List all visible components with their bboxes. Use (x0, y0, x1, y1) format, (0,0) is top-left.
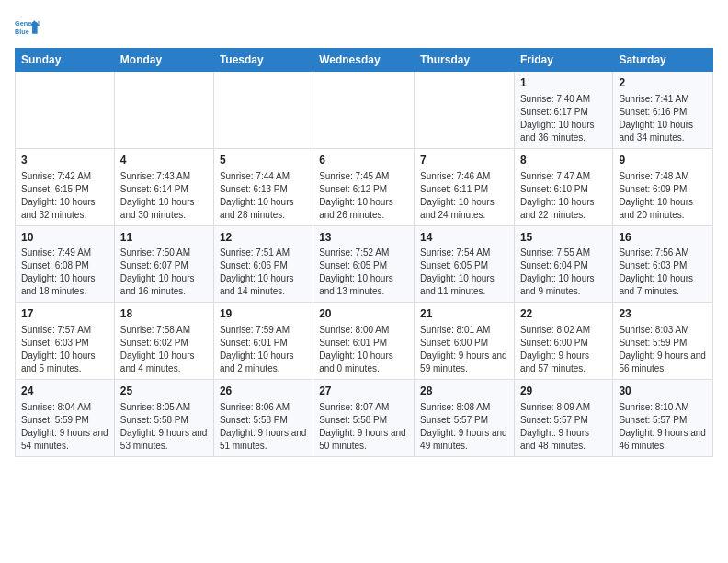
cell-info: Sunset: 6:01 PM (319, 337, 408, 350)
calendar-cell: 25Sunrise: 8:05 AMSunset: 5:58 PMDayligh… (114, 380, 213, 457)
calendar-cell (16, 72, 115, 149)
cell-info: Sunrise: 7:47 AM (520, 170, 607, 183)
cell-info: Daylight: 10 hours and 34 minutes. (619, 119, 707, 144)
cell-info: Sunrise: 8:08 AM (420, 401, 508, 414)
cell-info: Sunset: 6:06 PM (220, 259, 307, 272)
calendar-cell: 30Sunrise: 8:10 AMSunset: 5:57 PMDayligh… (613, 380, 713, 457)
week-row-4: 24Sunrise: 8:04 AMSunset: 5:59 PMDayligh… (16, 380, 713, 457)
calendar-cell: 11Sunrise: 7:50 AMSunset: 6:07 PMDayligh… (114, 225, 213, 303)
cell-info: Daylight: 10 hours and 36 minutes. (520, 119, 607, 144)
week-row-1: 3Sunrise: 7:42 AMSunset: 6:15 PMDaylight… (16, 148, 713, 225)
calendar-cell: 1Sunrise: 7:40 AMSunset: 6:17 PMDaylight… (514, 72, 612, 149)
calendar-cell: 21Sunrise: 8:01 AMSunset: 6:00 PMDayligh… (415, 303, 515, 380)
day-number: 27 (319, 384, 408, 399)
day-number: 15 (520, 230, 607, 246)
cell-info: Daylight: 10 hours and 2 minutes. (220, 350, 307, 375)
cell-info: Sunset: 5:57 PM (520, 414, 607, 427)
cell-info: Daylight: 9 hours and 49 minutes. (420, 427, 508, 453)
logo: GeneralBlue (15, 15, 44, 40)
calendar-cell: 6Sunrise: 7:45 AMSunset: 6:12 PMDaylight… (313, 148, 415, 225)
cell-info: Sunrise: 8:03 AM (619, 324, 707, 337)
cell-info: Sunrise: 7:45 AM (319, 170, 408, 183)
calendar-cell: 10Sunrise: 7:49 AMSunset: 6:08 PMDayligh… (16, 225, 115, 303)
day-number: 13 (319, 230, 408, 246)
cell-info: Sunrise: 7:44 AM (220, 170, 307, 183)
cell-info: Daylight: 9 hours and 51 minutes. (220, 427, 307, 453)
cell-info: Sunset: 6:16 PM (619, 106, 707, 119)
calendar-cell: 18Sunrise: 7:58 AMSunset: 6:02 PMDayligh… (114, 303, 213, 380)
cell-info: Daylight: 10 hours and 7 minutes. (619, 272, 707, 298)
cell-info: Sunrise: 7:55 AM (520, 247, 607, 259)
day-number: 22 (520, 306, 607, 322)
calendar-header: SundayMondayTuesdayWednesdayThursdayFrid… (16, 49, 713, 72)
calendar-cell: 5Sunrise: 7:44 AMSunset: 6:13 PMDaylight… (213, 148, 313, 225)
calendar-cell: 9Sunrise: 7:48 AMSunset: 6:09 PMDaylight… (613, 148, 713, 225)
day-number: 25 (120, 384, 208, 399)
day-number: 9 (619, 153, 707, 168)
cell-info: Daylight: 9 hours and 46 minutes. (619, 427, 707, 453)
cell-info: Daylight: 10 hours and 18 minutes. (21, 272, 108, 298)
calendar-cell: 7Sunrise: 7:46 AMSunset: 6:11 PMDaylight… (415, 148, 515, 225)
cell-info: Daylight: 10 hours and 16 minutes. (120, 272, 208, 298)
cell-info: Sunset: 5:59 PM (21, 414, 108, 427)
day-number: 10 (21, 230, 108, 246)
cell-info: Daylight: 10 hours and 11 minutes. (420, 272, 508, 298)
week-row-2: 10Sunrise: 7:49 AMSunset: 6:08 PMDayligh… (16, 225, 713, 303)
cell-info: Daylight: 10 hours and 14 minutes. (220, 272, 307, 298)
cell-info: Sunrise: 7:58 AM (120, 324, 208, 337)
cell-info: Daylight: 9 hours and 50 minutes. (319, 427, 408, 453)
day-number: 8 (520, 153, 607, 168)
calendar-cell: 19Sunrise: 7:59 AMSunset: 6:01 PMDayligh… (213, 303, 313, 380)
cell-info: Sunset: 6:07 PM (120, 259, 208, 272)
calendar-cell: 26Sunrise: 8:06 AMSunset: 5:58 PMDayligh… (213, 380, 313, 457)
cell-info: Sunrise: 8:00 AM (319, 324, 408, 337)
cell-info: Sunset: 6:12 PM (319, 183, 408, 196)
cell-info: Daylight: 10 hours and 20 minutes. (619, 196, 707, 222)
cell-info: Sunset: 5:57 PM (619, 414, 707, 427)
cell-info: Sunset: 6:09 PM (619, 183, 707, 196)
cell-info: Sunset: 5:57 PM (420, 414, 508, 427)
cell-info: Sunset: 5:58 PM (120, 414, 208, 427)
calendar-cell (415, 72, 515, 149)
day-number: 16 (619, 230, 707, 246)
day-number: 21 (420, 306, 508, 322)
day-number: 4 (120, 153, 208, 168)
cell-info: Sunrise: 7:41 AM (619, 93, 707, 106)
day-number: 17 (21, 306, 108, 322)
cell-info: Daylight: 9 hours and 57 minutes. (520, 350, 607, 375)
day-number: 30 (619, 384, 707, 399)
calendar-cell: 22Sunrise: 8:02 AMSunset: 6:00 PMDayligh… (514, 303, 612, 380)
cell-info: Sunset: 5:58 PM (319, 414, 408, 427)
header-day-friday: Friday (514, 49, 612, 72)
cell-info: Sunset: 6:15 PM (21, 183, 108, 196)
day-number: 14 (420, 230, 508, 246)
cell-info: Sunrise: 7:48 AM (619, 170, 707, 183)
calendar-cell: 2Sunrise: 7:41 AMSunset: 6:16 PMDaylight… (613, 72, 713, 149)
cell-info: Sunrise: 8:05 AM (120, 401, 208, 414)
cell-info: Daylight: 10 hours and 0 minutes. (319, 350, 408, 375)
calendar-cell: 24Sunrise: 8:04 AMSunset: 5:59 PMDayligh… (16, 380, 115, 457)
calendar-cell: 13Sunrise: 7:52 AMSunset: 6:05 PMDayligh… (313, 225, 415, 303)
day-number: 1 (520, 75, 607, 91)
cell-info: Sunset: 6:17 PM (520, 106, 607, 119)
header-day-monday: Monday (114, 49, 213, 72)
cell-info: Sunset: 6:00 PM (420, 337, 508, 350)
calendar-cell (114, 72, 213, 149)
svg-text:Blue: Blue (15, 28, 29, 36)
cell-info: Sunset: 6:13 PM (220, 183, 307, 196)
cell-info: Sunrise: 8:01 AM (420, 324, 508, 337)
header-day-thursday: Thursday (415, 49, 515, 72)
cell-info: Sunrise: 8:10 AM (619, 401, 707, 414)
cell-info: Daylight: 9 hours and 54 minutes. (21, 427, 108, 453)
calendar-cell (313, 72, 415, 149)
cell-info: Sunset: 6:01 PM (220, 337, 307, 350)
cell-info: Sunset: 5:59 PM (619, 337, 707, 350)
cell-info: Daylight: 10 hours and 28 minutes. (220, 196, 307, 222)
calendar-cell: 20Sunrise: 8:00 AMSunset: 6:01 PMDayligh… (313, 303, 415, 380)
cell-info: Sunset: 6:00 PM (520, 337, 607, 350)
cell-info: Sunrise: 8:06 AM (220, 401, 307, 414)
cell-info: Daylight: 9 hours and 56 minutes. (619, 350, 707, 375)
cell-info: Daylight: 10 hours and 24 minutes. (420, 196, 508, 222)
cell-info: Sunset: 6:05 PM (420, 259, 508, 272)
header-day-wednesday: Wednesday (313, 49, 415, 72)
